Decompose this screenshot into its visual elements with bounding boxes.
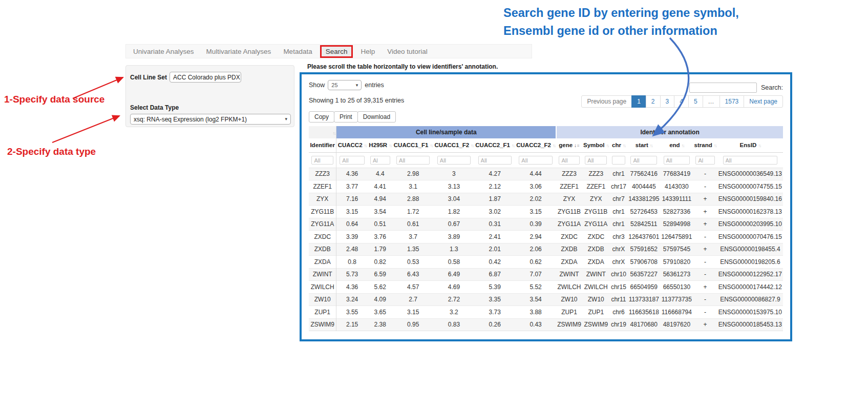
filter-input-gene[interactable] [559, 156, 579, 165]
table-row: ZXDA0.80.820.530.580.420.62ZXDAZXDAchrX5… [309, 256, 783, 269]
cell-symbol: ZXDA [582, 256, 610, 269]
cell-gene: ZYG11A [556, 218, 582, 231]
table-search-input[interactable] [689, 83, 757, 93]
cell-ensid: ENSG00000198205.6 [717, 256, 783, 269]
cell-end: 77683419 [660, 168, 693, 180]
cell-end: 4143030 [660, 180, 693, 193]
nav-item-help[interactable]: Help [354, 48, 381, 55]
filter-input-cuacc1-f2[interactable] [437, 156, 471, 165]
download-button[interactable]: Download [357, 111, 396, 123]
filter-input-end[interactable] [664, 156, 690, 165]
print-button[interactable]: Print [334, 111, 358, 123]
cell-gene: ZW10 [556, 293, 582, 306]
filter-input-cuacc2-f1[interactable] [478, 156, 512, 165]
cell-line-set-select[interactable]: ACC Colorado plus PDX ▾ [170, 72, 241, 83]
cell-identifier: ZWINT [309, 268, 336, 281]
cell-identifier: ZUP1 [309, 306, 336, 319]
table-row: ZYG11A0.640.510.610.670.310.39ZYG11AZYG1… [309, 218, 783, 231]
filter-input-symbol[interactable] [585, 156, 607, 165]
nav-item-univariate-analyses[interactable]: Univariate Analyses [127, 48, 200, 55]
cell-symbol: ZYX [582, 193, 610, 206]
sort-icon: ↑↓ [389, 143, 391, 148]
nav-item-multivariate-analyses[interactable]: Multivariate Analyses [200, 48, 278, 55]
table-row: ZYG11B3.153.541.721.823.023.15ZYG11BZYG1… [309, 206, 783, 218]
cell-cuacc1-f2: 3.89 [434, 231, 475, 243]
cell-end: 52894998 [660, 218, 693, 231]
search-label: Search: [761, 84, 783, 91]
page-button-1[interactable]: 1 [631, 95, 646, 108]
column-header-cuacc2-f2[interactable]: CUACC2_F2↑↓ [515, 138, 556, 152]
cell-chr: chrX [610, 256, 628, 269]
cell-gene: ZZEF1 [556, 180, 582, 193]
cell-ensid: ENSG00000122952.17 [717, 268, 783, 281]
cell-ensid: ENSG00000203995.10 [717, 218, 783, 231]
column-header-identifier[interactable]: Identifier [309, 138, 336, 152]
filter-input-cuacc2-f2[interactable] [519, 156, 552, 165]
nav-item-search[interactable]: Search [320, 45, 353, 58]
column-header-strand[interactable]: strand↑↓ [693, 138, 717, 152]
page-button-3[interactable]: 3 [660, 95, 675, 108]
column-header-cuacc2[interactable]: CUACC2↑↓ [336, 138, 368, 152]
page-button-5[interactable]: 5 [688, 95, 703, 108]
cell-cuacc2-f2: 2.06 [515, 243, 556, 256]
cell-cuacc2: 3.15 [336, 206, 368, 218]
column-header-h295r[interactable]: H295R↑↓ [368, 138, 393, 152]
cell-cuacc1-f1: 2.88 [393, 193, 434, 206]
page-length-value: 25 [331, 82, 337, 88]
cell-identifier: ZWILCH [309, 281, 336, 294]
nav-item-metadata[interactable]: Metadata [277, 48, 318, 55]
column-header-end[interactable]: end↑↓ [660, 138, 693, 152]
annotation-note-line1: Search gene ID by entering gene symbol, [503, 4, 739, 22]
cell-cuacc1-f1: 0.61 [393, 218, 434, 231]
column-header-chr[interactable]: chr↑↓ [610, 138, 628, 152]
column-header-gene[interactable]: gene↓≡ [556, 138, 582, 152]
filter-input-start[interactable] [630, 156, 657, 165]
cell-cuacc1-f2: 0.83 [434, 318, 475, 331]
cell-cuacc2-f2: 0.62 [515, 256, 556, 269]
column-header-start[interactable]: start↑↓ [627, 138, 660, 152]
sort-identifier-header[interactable]: ↑↓ [309, 126, 336, 138]
cell-cuacc1-f2: 2.72 [434, 293, 475, 306]
cell-ensid: ENSG00000185453.13 [717, 318, 783, 331]
cell-cuacc1-f1: 0.95 [393, 318, 434, 331]
sort-icon: ↑↓ [430, 143, 433, 148]
cell-identifier: ZXDC [309, 231, 336, 243]
page-button-4[interactable]: 4 [674, 95, 689, 108]
filter-input-identifier[interactable] [311, 156, 333, 165]
sort-icon: ↑↓ [553, 143, 555, 148]
cell-end: 113773735 [660, 293, 693, 306]
cell-cuacc1-f1: 3.15 [393, 306, 434, 319]
cell-strand: - [693, 180, 717, 193]
filter-input-strand[interactable] [695, 156, 714, 165]
column-header-cuacc2-f1[interactable]: CUACC2_F1↑↓ [474, 138, 515, 152]
column-header-symbol[interactable]: Symbol↑↓ [582, 138, 610, 152]
filter-input-h295r[interactable] [370, 156, 390, 165]
pagination-ellipsis: … [703, 95, 720, 108]
control-panel: Cell Line Set ACC Colorado plus PDX ▾ Se… [125, 65, 294, 127]
filter-input-ensid[interactable] [723, 156, 778, 165]
column-header-ensid[interactable]: EnsID↑↓ [717, 138, 783, 152]
previous-page-button[interactable]: Previous page [581, 95, 632, 108]
filter-input-cuacc1-f1[interactable] [396, 156, 430, 165]
filter-input-cuacc2[interactable] [340, 156, 364, 165]
cell-cuacc1-f2: 3.2 [434, 306, 475, 319]
copy-button[interactable]: Copy [309, 111, 334, 123]
cell-strand: - [693, 168, 717, 180]
next-page-button[interactable]: Next page [744, 95, 783, 108]
cell-gene: ZYG11B [556, 206, 582, 218]
nav-item-video-tutorial[interactable]: Video tutorial [381, 48, 434, 55]
column-header-cuacc1-f1[interactable]: CUACC1_F1↑↓ [393, 138, 434, 152]
cell-start: 77562416 [627, 168, 660, 180]
cell-h295r: 1.79 [368, 243, 393, 256]
cell-start: 57591652 [627, 243, 660, 256]
column-header-cuacc1-f2[interactable]: CUACC1_F2↑↓ [434, 138, 475, 152]
cell-identifier: ZYG11A [309, 218, 336, 231]
filter-input-chr[interactable] [612, 156, 625, 165]
page-button-2[interactable]: 2 [646, 95, 661, 108]
data-type-select[interactable]: xsq: RNA-seq Expression (log2 FPKM+1) ▾ [130, 114, 291, 125]
page-button-1573[interactable]: 1573 [719, 95, 745, 108]
cell-cuacc2-f2: 3.54 [515, 293, 556, 306]
chevron-down-icon: ▾ [356, 83, 358, 88]
page-length-select[interactable]: 25 ▾ [328, 80, 362, 90]
cell-cuacc2-f2: 0.43 [515, 318, 556, 331]
